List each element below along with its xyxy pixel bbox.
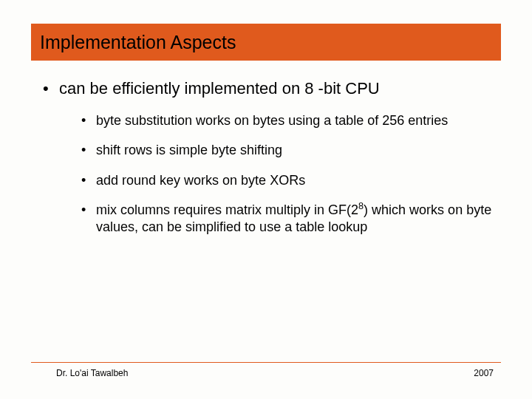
bullet-lvl2: add round key works on byte XORs [80,172,501,189]
bullet-lvl2: mix columns requires matrix multiply in … [80,202,501,235]
bullet-lvl2: shift rows is simple byte shifting [80,142,501,159]
bullet-lvl1: can be efficiently implemented on 8 -bit… [38,78,501,235]
bullet-lvl1-text: can be efficiently implemented on 8 -bit… [59,79,380,98]
footer-divider [31,362,501,363]
bullet-lvl2: byte substitution works on bytes using a… [80,112,501,129]
footer-year: 2007 [474,368,494,378]
slide-content: can be efficiently implemented on 8 -bit… [38,78,501,248]
bullet-lvl2-text-pre: mix columns requires matrix multiply in … [96,202,358,217]
footer-author: Dr. Lo'ai Tawalbeh [56,368,128,378]
footer: Dr. Lo'ai Tawalbeh 2007 [31,368,501,378]
bullet-lvl2-list: byte substitution works on bytes using a… [80,112,501,236]
bullet-lvl2-text: add round key works on byte XORs [96,173,305,188]
bullet-lvl2-text: byte substitution works on bytes using a… [96,113,448,128]
bullet-lvl2-text: shift rows is simple byte shifting [96,143,282,157]
slide-title-bar: Implementation Aspects [31,24,501,61]
slide-title: Implementation Aspects [40,32,236,53]
slide: Implementation Aspects can be efficientl… [0,0,532,399]
